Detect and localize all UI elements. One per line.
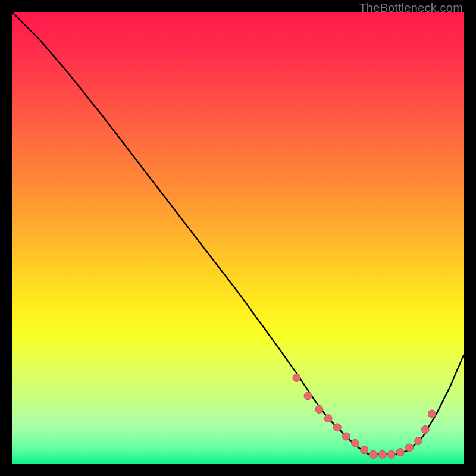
chart-overlay-svg bbox=[12, 12, 464, 464]
marker-dot bbox=[396, 449, 404, 456]
marker-dot bbox=[293, 374, 300, 382]
marker-dot bbox=[387, 450, 395, 458]
marker-dot bbox=[378, 450, 386, 458]
chart-frame: TheBottleneck.com bbox=[0, 0, 476, 476]
marker-dot bbox=[352, 439, 359, 447]
bottleneck-curve bbox=[12, 12, 464, 455]
marker-dot bbox=[369, 450, 377, 458]
marker-dot bbox=[315, 406, 323, 414]
marker-dot bbox=[361, 446, 368, 454]
marker-dot bbox=[421, 426, 429, 434]
marker-dot bbox=[333, 424, 341, 431]
marker-dot bbox=[428, 410, 436, 418]
marker-dot bbox=[406, 444, 414, 452]
marker-dot bbox=[415, 437, 422, 445]
marker-dot bbox=[324, 415, 332, 422]
marker-dot bbox=[342, 433, 350, 440]
marker-dot bbox=[304, 392, 312, 400]
